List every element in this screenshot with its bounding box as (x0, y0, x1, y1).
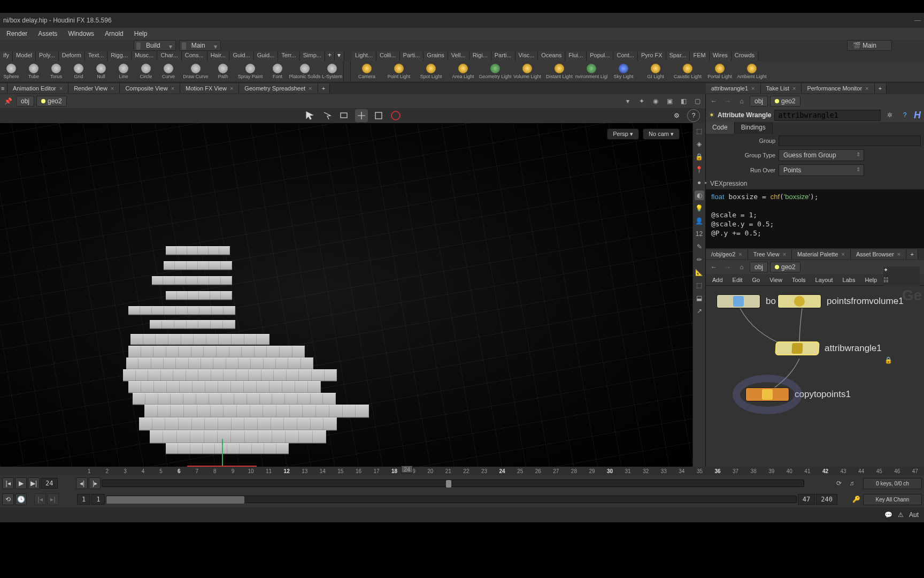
menu-windows[interactable]: Windows (63, 29, 99, 39)
display-option-icon[interactable]: ⬓ (695, 293, 704, 303)
tool-torus[interactable]: Torus (45, 61, 67, 82)
netmenu-help[interactable]: Help (863, 276, 879, 284)
tool-ambient-light[interactable]: Ambient Light (736, 61, 768, 82)
range-end-field[interactable]: 240 (816, 494, 837, 505)
shelf-tab[interactable]: Poly... (36, 51, 59, 61)
shelf-tab[interactable]: Guid... (254, 51, 278, 61)
camera-persp-dropdown[interactable]: Persp ▾ (607, 128, 639, 140)
netmenu-view[interactable]: View (767, 276, 784, 284)
tool-font[interactable]: Font (266, 61, 289, 82)
menu-arnold[interactable]: Arnold (99, 29, 129, 39)
group-field[interactable] (779, 135, 921, 146)
current-frame-field[interactable]: 24 (41, 478, 58, 489)
shelf-tab[interactable]: Text... (85, 51, 107, 61)
wand-icon[interactable]: ✦ (883, 267, 920, 273)
close-icon[interactable]: × (59, 85, 63, 92)
shelf-tab[interactable]: Colli... (376, 51, 400, 61)
netmenu-edit[interactable]: Edit (730, 276, 745, 284)
tab-material-palette[interactable]: Material Palette× (792, 249, 851, 259)
shelf-tab[interactable]: FEM (690, 51, 709, 61)
tool-null[interactable]: Null (90, 61, 112, 82)
realtime-icon[interactable]: ⟳ (833, 477, 845, 489)
node-attribwrangle[interactable]: attribwrangle1 🔒 (775, 341, 882, 355)
chat-icon[interactable]: 💬 (884, 511, 892, 519)
key-all-button[interactable]: Key All Chann (863, 494, 922, 505)
home-icon[interactable]: ⌂ (736, 95, 748, 107)
tree-icon[interactable]: ☷ (883, 277, 920, 284)
shelf-tab[interactable]: Terr... (278, 51, 300, 61)
grouptype-dropdown[interactable]: Guess from Group (779, 149, 864, 161)
radial-menu[interactable]: 🎬 Main (847, 40, 892, 51)
tab-animation-editor[interactable]: Animation Editor× (7, 83, 68, 93)
shelf-tab[interactable]: Parti... (400, 51, 424, 61)
tool-portal-light[interactable]: Portal Light (704, 61, 736, 82)
tool-circle[interactable]: Circle (135, 61, 157, 82)
network-editor[interactable]: Ge bo pointsfromvolume1 attribwrangle1 🔒 (706, 286, 924, 467)
close-icon[interactable]: × (792, 85, 796, 92)
tab-render-view[interactable]: Render View× (68, 83, 120, 93)
goto-start-icon[interactable]: |◂ (2, 477, 14, 489)
path-obj[interactable]: obj (750, 96, 768, 107)
tab-motion-fx-view[interactable]: Motion FX View× (180, 83, 239, 93)
shelf-tab[interactable]: Hair... (207, 51, 230, 61)
tool-spray-paint[interactable]: Spray Paint (234, 61, 266, 82)
add-tab-icon[interactable]: + (875, 83, 887, 93)
handles-tool-icon[interactable] (355, 109, 368, 122)
display-option-icon[interactable]: ● (695, 178, 704, 187)
close-icon[interactable]: × (842, 251, 845, 257)
range-start-field[interactable]: 1 (77, 494, 90, 505)
audio-icon[interactable]: ♬ (846, 477, 858, 489)
menu-render[interactable]: Render (1, 29, 33, 39)
shelf-tab[interactable]: Simp... (300, 51, 325, 61)
tool-geometry-light[interactable]: Geometry Light (479, 61, 511, 82)
tool-environment-light[interactable]: Environment Light (575, 61, 607, 82)
menu-assets[interactable]: Assets (33, 29, 63, 39)
netmenu-tools[interactable]: Tools (790, 276, 808, 284)
display-opts-icon[interactable]: ◉ (650, 95, 661, 107)
tool-line[interactable]: Line (112, 61, 135, 82)
range-slider[interactable] (106, 496, 796, 503)
range-out-field[interactable]: 47 (798, 494, 815, 505)
back-icon[interactable]: ← (708, 261, 720, 273)
tool-grid[interactable]: Grid (67, 61, 90, 82)
tool-sphere[interactable]: Sphere (0, 61, 22, 82)
forward-icon[interactable]: → (722, 261, 734, 273)
path-obj[interactable]: obj (16, 96, 34, 107)
display-option-icon[interactable]: ◐ (695, 191, 704, 200)
tool-draw-curve[interactable]: Draw Curve (180, 61, 212, 82)
tool-sky-light[interactable]: Sky Light (607, 61, 640, 82)
netmenu-labs[interactable]: Labs (841, 276, 858, 284)
tool-l-system[interactable]: L-System (321, 61, 343, 82)
shelf-tab[interactable]: Parti... (491, 51, 515, 61)
timeline-ruler[interactable]: 1234567891011121314151617181920212223242… (0, 467, 924, 475)
loop-icon[interactable]: ⟲ (2, 493, 14, 505)
shelf-tab[interactable]: Char... (157, 51, 181, 61)
close-icon[interactable]: × (230, 85, 233, 92)
display-option-icon[interactable]: 👤 (695, 216, 704, 226)
stop-tool-icon[interactable] (389, 109, 402, 122)
shelf-tab[interactable]: Model (13, 51, 36, 61)
range-prev-icon[interactable]: |◂ (34, 493, 46, 505)
tool-caustic-light[interactable]: Caustic Light (672, 61, 704, 82)
tab-tree-view[interactable]: Tree View× (748, 249, 792, 259)
display-option-icon[interactable]: 📍 (695, 165, 704, 174)
shelf-tab[interactable]: Grains (424, 51, 448, 61)
runover-dropdown[interactable]: Points (779, 164, 864, 176)
timeline-scrubber[interactable] (102, 480, 804, 487)
tab-attribwrangle1[interactable]: attribwrangle1× (706, 83, 761, 93)
add-tab-icon[interactable]: + (906, 249, 918, 259)
select-tool-icon[interactable] (304, 109, 317, 122)
shelf-tab[interactable]: Spar... (666, 51, 690, 61)
path-geo2[interactable]: geo2 (770, 96, 800, 107)
shelf-tab[interactable]: Visc... (515, 51, 538, 61)
display-option-icon[interactable]: ⬚ (695, 126, 704, 136)
path-obj[interactable]: obj (750, 262, 768, 272)
tool-distant-light[interactable]: Distant Light (543, 61, 575, 82)
display-option-icon[interactable]: ◈ (695, 139, 704, 149)
shelf-tab[interactable]: Pyro FX (638, 51, 666, 61)
netmenu-add[interactable]: Add (710, 276, 725, 284)
next-key-icon[interactable]: |▸ (89, 477, 101, 489)
tool-camera[interactable]: Camera (351, 61, 383, 82)
current-frame-marker[interactable]: 24 (401, 466, 413, 473)
forward-icon[interactable]: → (722, 95, 734, 107)
